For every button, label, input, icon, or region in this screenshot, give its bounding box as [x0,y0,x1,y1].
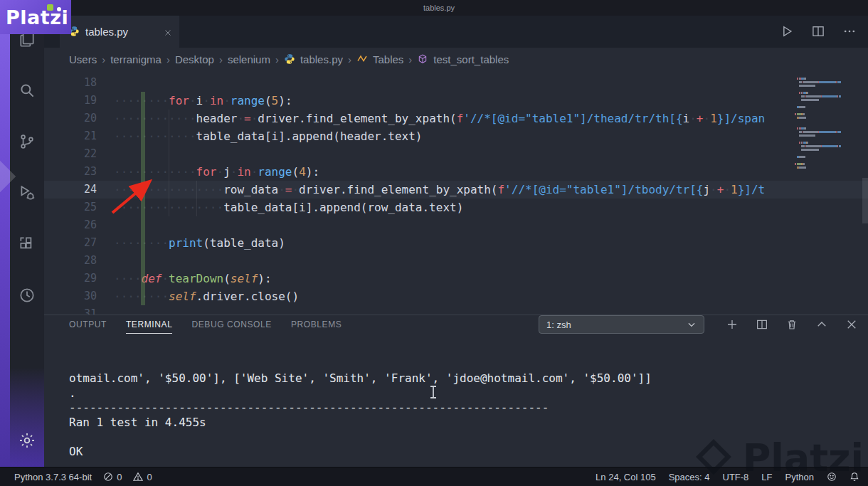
code-text: ················row_data·=·driver.find_e… [114,181,868,199]
eol[interactable]: LF [761,472,772,482]
line-number: 27 [44,234,114,252]
code-text: ············for·j·in·range(4): [114,163,868,181]
code-lines: 1819········for·i·in·range(5):20········… [44,71,868,315]
code-line[interactable]: 29····def·tearDown(self): [44,270,868,287]
cursor-position[interactable]: Ln 24, Col 105 [596,472,656,482]
clock-icon[interactable] [18,286,36,305]
warning-count[interactable]: 0 [133,472,152,482]
error-count[interactable]: 0 [103,472,122,482]
minimap-line [793,134,861,137]
code-line[interactable]: 23············for·j·in·range(4): [44,163,868,181]
code-line[interactable]: 22 [44,145,868,163]
line-number: 23 [44,163,114,181]
line-number: 24 [44,181,114,199]
terminal-line: ----------------------------------------… [69,401,868,416]
run-button[interactable] [780,24,794,38]
code-text: ········self.driver.close() [114,287,868,305]
code-line[interactable]: 26 [44,216,868,234]
kill-terminal-button[interactable] [785,318,798,331]
breadcrumb-item[interactable]: Tables [373,53,403,65]
minimap-line [793,127,861,130]
minimap-line [793,88,861,90]
logo-white-dot [57,7,61,11]
code-line[interactable]: 20············header·=·driver.find_eleme… [44,110,868,127]
indent-highlight-strip [141,92,145,305]
screen: tables.py tables.py Users›terranigma›Des… [0,0,868,486]
minimap-line [793,124,861,126]
panel-action-icons [726,318,858,331]
code-line[interactable]: 19········for·i·in·range(5): [44,92,868,110]
terminal-line: otmail.com', '$50.00'], ['Web Site', 'Sm… [69,371,868,386]
panel-header: OUTPUTTERMINALDEBUG CONSOLEPROBLEMS 1: z… [44,315,868,334]
split-terminal-button[interactable] [756,318,768,331]
breadcrumb-separator: › [219,53,223,65]
code-text: ············header·=·driver.find_element… [114,110,868,127]
source-control-icon[interactable] [18,132,36,151]
maximize-panel-button[interactable] [815,318,828,331]
language-mode[interactable]: Python [785,472,814,482]
editor-scrollbar[interactable] [862,178,868,223]
code-editor[interactable]: 1819········for·i·in·range(5):20········… [44,71,868,315]
minimap-line [793,81,861,83]
panel-tab-problems[interactable]: PROBLEMS [291,315,342,334]
breadcrumb-item[interactable]: selenium [228,53,270,65]
minimap-line [793,149,861,151]
code-text: ················table_data[i].append(row… [114,199,868,216]
breadcrumb-item[interactable]: test_sort_tables [433,53,509,65]
python-interpreter[interactable]: Python 3.7.3 64-bit [14,472,92,482]
terminal-shell-select[interactable]: 1: zsh [539,315,704,334]
more-actions-button[interactable] [842,24,857,38]
run-debug-icon[interactable] [18,184,36,202]
search-icon[interactable] [18,81,36,100]
indent-guide [196,181,197,216]
indentation[interactable]: Spaces: 4 [669,472,710,482]
tab-close-icon[interactable] [164,27,172,36]
minimap-line [793,102,861,105]
editor-actions [780,16,868,48]
vscode-window: tables.py tables.py Users›terranigma›Des… [0,0,868,486]
code-line[interactable]: 18 [44,74,868,92]
breadcrumb-separator: › [166,53,170,65]
minimap-line [793,74,861,76]
minimap-line [793,163,861,165]
minimap-line [793,78,861,80]
panel-tab-output[interactable]: OUTPUT [69,315,107,334]
new-terminal-button[interactable] [726,318,739,331]
breadcrumb-item[interactable]: Desktop [175,53,214,65]
code-line[interactable]: 21············table_data[i].append(heade… [44,127,868,145]
extensions-icon[interactable] [18,235,36,253]
editor-tab[interactable]: tables.py [60,16,179,48]
window-title: tables.py [423,4,455,12]
code-line[interactable]: 24················row_data·=·driver.find… [44,181,868,199]
code-line[interactable]: 30········self.driver.close() [44,287,868,305]
symbol-class-icon [356,53,368,65]
logo-green-dot [47,4,53,11]
encoding[interactable]: UTF-8 [723,472,749,482]
minimap-line [793,92,861,94]
line-number: 18 [44,74,114,92]
indent-guide [169,110,169,216]
breadcrumb-separator: › [408,53,412,65]
minimap[interactable] [793,74,861,174]
breadcrumb-item[interactable]: Users [69,53,97,65]
line-number: 20 [44,110,114,127]
code-line[interactable]: 31 [44,305,868,315]
line-number: 19 [44,92,114,110]
settings-gear-icon[interactable] [18,431,36,450]
minimap-line [793,95,861,97]
panel-tab-terminal[interactable]: TERMINAL [126,315,172,334]
split-editor-button[interactable] [811,24,825,38]
breadcrumb-item[interactable]: terranigma [110,53,162,65]
code-line[interactable]: 27········print(table_data) [44,234,868,252]
breadcrumb-item[interactable]: tables.py [300,53,343,65]
feedback[interactable] [827,472,837,482]
close-panel-button[interactable] [845,318,858,331]
code-line[interactable]: 25················table_data[i].append(r… [44,199,868,216]
warning-icon [133,472,143,482]
bottom-panel: OUTPUTTERMINALDEBUG CONSOLEPROBLEMS 1: z… [44,315,868,467]
notifications[interactable] [850,472,859,482]
terminal-output[interactable]: otmail.com', '$50.00'], ['Web Site', 'Sm… [44,334,868,486]
panel-tab-debug-console[interactable]: DEBUG CONSOLE [191,315,272,334]
code-line[interactable]: 28 [44,252,868,270]
minimap-line [793,138,861,140]
